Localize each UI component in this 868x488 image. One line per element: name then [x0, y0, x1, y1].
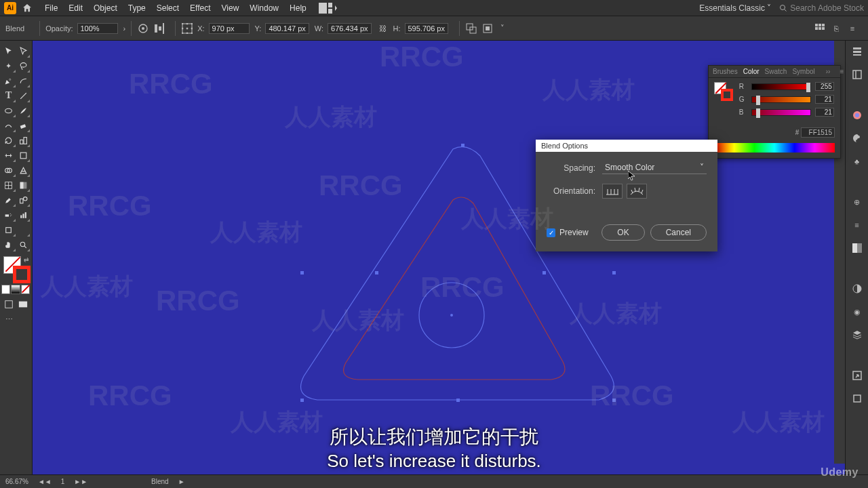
workspace-switcher[interactable]: Essentials Classic ˅: [699, 3, 771, 13]
menu-icon[interactable]: ≡: [846, 22, 859, 35]
shaper-tool[interactable]: [1, 118, 16, 133]
panel-fill-stroke[interactable]: [714, 82, 733, 101]
ok-button[interactable]: OK: [601, 224, 644, 241]
opacity-flyout-icon[interactable]: ›: [123, 24, 126, 33]
artboard-nav-prev[interactable]: ◄◄: [38, 478, 52, 485]
menu-select[interactable]: Select: [151, 3, 184, 13]
blend-tool[interactable]: [16, 192, 31, 207]
cancel-button[interactable]: Cancel: [650, 224, 707, 241]
direct-selection-tool[interactable]: [16, 43, 31, 58]
h-field[interactable]: 595.706 px: [405, 23, 448, 34]
color-mode-solid[interactable]: [1, 285, 10, 294]
symbol-sprayer-tool[interactable]: [1, 207, 16, 222]
asset-export-panel-icon[interactable]: [850, 369, 864, 382]
brushes-panel-icon[interactable]: ♣: [850, 155, 864, 168]
color-spectrum[interactable]: [714, 143, 835, 152]
x-field[interactable]: 970 px: [209, 23, 250, 34]
lasso-tool[interactable]: [16, 58, 31, 73]
artboard-tool[interactable]: [1, 222, 16, 237]
eyedropper-tool[interactable]: [1, 192, 16, 207]
shape-builder-tool[interactable]: [1, 163, 16, 178]
curvature-tool[interactable]: [16, 73, 31, 88]
appearance-panel-icon[interactable]: ◉: [850, 305, 864, 319]
search-stock[interactable]: Search Adobe Stock: [779, 3, 864, 13]
dock-icon[interactable]: ⎘: [830, 22, 842, 35]
libraries-panel-icon[interactable]: [850, 68, 864, 81]
symbols-panel-icon[interactable]: ⊕: [850, 195, 864, 209]
layers-panel-icon[interactable]: [850, 328, 864, 342]
color-panel-icon[interactable]: [850, 108, 864, 122]
paintbrush-tool[interactable]: [16, 103, 31, 118]
spacing-dropdown[interactable]: Smooth Color˅: [602, 161, 707, 174]
zoom-level[interactable]: 66.67%: [5, 478, 28, 485]
type-tool[interactable]: T: [1, 88, 16, 103]
tab-swatches[interactable]: Swatch: [765, 68, 787, 75]
transform-ref-icon[interactable]: [181, 22, 193, 35]
w-field[interactable]: 676.434 px: [328, 23, 371, 34]
gradient-tool[interactable]: [16, 178, 31, 192]
menu-effect[interactable]: Effect: [184, 3, 216, 13]
artboard-nav-value[interactable]: 1: [61, 478, 65, 485]
color-mode-gradient[interactable]: [11, 285, 20, 294]
y-field[interactable]: 480.147 px: [265, 23, 309, 34]
artboards-panel-icon[interactable]: [850, 392, 864, 405]
panel-toggle-icon[interactable]: [814, 22, 826, 35]
fill-stroke-indicator[interactable]: ⇄: [3, 256, 31, 283]
rectangle-tool[interactable]: [1, 103, 16, 118]
edit-toolbar[interactable]: ⋯: [1, 312, 16, 327]
properties-panel-icon[interactable]: [850, 45, 864, 58]
color-mode-none[interactable]: [21, 285, 30, 294]
eraser-tool[interactable]: [16, 118, 31, 133]
orientation-align-path[interactable]: [627, 184, 647, 199]
align-icon[interactable]: [153, 22, 165, 35]
shape-mode-icon[interactable]: [465, 22, 477, 35]
menu-view[interactable]: View: [216, 3, 245, 13]
status-flyout-icon[interactable]: ►: [178, 478, 185, 485]
screen-mode[interactable]: [16, 297, 31, 312]
home-icon[interactable]: [22, 3, 33, 14]
graph-tool[interactable]: [16, 207, 31, 222]
mesh-tool[interactable]: [1, 178, 16, 192]
tab-brushes[interactable]: Brushes: [713, 68, 738, 75]
width-tool[interactable]: [1, 148, 16, 163]
magic-wand-tool[interactable]: ✦: [1, 58, 16, 73]
artboard-nav-next[interactable]: ►►: [74, 478, 87, 485]
perspective-tool[interactable]: [16, 163, 31, 178]
g-value[interactable]: 21: [815, 95, 834, 104]
hand-tool[interactable]: [1, 237, 16, 252]
free-transform-tool[interactable]: [16, 148, 31, 163]
isolate-icon[interactable]: [481, 22, 494, 35]
draw-mode-normal[interactable]: [1, 297, 16, 312]
slice-tool[interactable]: [16, 222, 31, 237]
scale-tool[interactable]: [16, 133, 31, 148]
swatches-panel-icon[interactable]: [850, 131, 864, 145]
swap-fill-stroke-icon[interactable]: ⇄: [24, 256, 29, 263]
opacity-field[interactable]: 100%: [77, 23, 118, 34]
g-slider[interactable]: [751, 96, 811, 103]
menu-type[interactable]: Type: [123, 3, 151, 13]
menu-object[interactable]: Object: [88, 3, 123, 13]
menu-file[interactable]: File: [39, 3, 63, 13]
recolor-icon[interactable]: [137, 22, 149, 35]
hex-field[interactable]: FF1515: [801, 127, 835, 138]
stroke-panel-icon[interactable]: ≡: [850, 218, 864, 232]
transparency-panel-icon[interactable]: [850, 282, 864, 296]
menu-help[interactable]: Help: [284, 3, 312, 13]
arrange-docs-icon[interactable]: [319, 3, 338, 14]
menu-window[interactable]: Window: [244, 3, 284, 13]
rotate-tool[interactable]: [1, 133, 16, 148]
more-options-icon[interactable]: ˅: [500, 24, 505, 33]
selection-tool[interactable]: [1, 43, 16, 58]
r-value[interactable]: 255: [815, 82, 834, 91]
b-value[interactable]: 21: [815, 108, 834, 117]
preview-checkbox[interactable]: ✓Preview: [547, 228, 589, 237]
panel-menu-icon[interactable]: ≡: [840, 68, 844, 75]
pen-tool[interactable]: [1, 73, 16, 88]
orientation-align-page[interactable]: [602, 184, 623, 199]
panel-expand-icon[interactable]: ››: [826, 68, 831, 75]
tab-color[interactable]: Color: [743, 68, 760, 75]
b-slider[interactable]: [751, 109, 811, 116]
line-tool[interactable]: [16, 88, 31, 103]
gradient-panel-icon[interactable]: [850, 241, 864, 255]
menu-edit[interactable]: Edit: [63, 3, 88, 13]
